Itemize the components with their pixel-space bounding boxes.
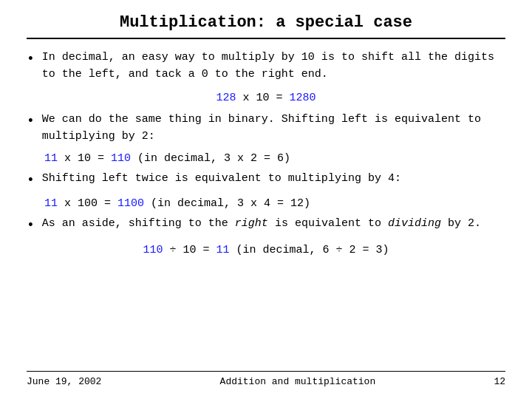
title-area: Multiplication: a special case [27, 13, 505, 39]
bullet-item-2: • We can do the same thing in binary. Sh… [27, 112, 505, 145]
italic-right: right [235, 217, 268, 230]
bullet-item-1: • In decimal, an easy way to multiply by… [27, 50, 505, 83]
example3-paren: (in decimal, 3 x 4 = 12) [144, 197, 310, 210]
bullet-dot-4: • [27, 216, 35, 235]
example-block-4: 110 ÷ 10 = 11 (in decimal, 6 ÷ 2 = 3) [27, 244, 505, 256]
example3-operator: x 100 = [58, 197, 117, 210]
bullet-dot-1: • [27, 50, 35, 69]
bullet-text-4: As an aside, shifting to the right is eq… [42, 216, 481, 233]
example1-operator: x 10 = [236, 92, 289, 104]
example-block-2: 11 x 10 = 110 (in decimal, 3 x 2 = 6) [44, 152, 505, 165]
example3-operand: 11 [44, 197, 58, 210]
slide: Multiplication: a special case • In deci… [0, 0, 532, 399]
footer-left: June 19, 2002 [27, 376, 101, 387]
bullet-dot-2: • [27, 112, 35, 131]
example2-result: 110 [111, 152, 131, 165]
bullet-text-3: Shifting left twice is equivalent to mul… [42, 171, 401, 188]
example4-paren: (in decimal, 6 ÷ 2 = 3) [230, 244, 389, 256]
example2-paren: (in decimal, 3 x 2 = 6) [131, 152, 290, 165]
example2-operand: 11 [44, 152, 58, 165]
footer-right: 12 [494, 376, 505, 387]
example4-result: 11 [216, 244, 229, 256]
slide-title: Multiplication: a special case [120, 13, 412, 32]
footer: June 19, 2002 Addition and multiplicatio… [27, 371, 505, 387]
bullet-dot-3: • [27, 171, 35, 190]
bullet-text-2: We can do the same thing in binary. Shif… [42, 112, 505, 145]
content-area: • In decimal, an easy way to multiply by… [27, 50, 505, 371]
bullet-item-3: • Shifting left twice is equivalent to m… [27, 171, 505, 190]
bullet-text-1: In decimal, an easy way to multiply by 1… [42, 50, 505, 83]
example1-operand: 128 [216, 92, 236, 104]
footer-center: Addition and multiplication [220, 376, 376, 387]
bullet-item-4: • As an aside, shifting to the right is … [27, 216, 505, 235]
example4-operator: ÷ 10 = [163, 244, 216, 256]
example3-result: 1100 [117, 197, 144, 210]
example-block-3: 11 x 100 = 1100 (in decimal, 3 x 4 = 12) [44, 197, 505, 210]
example-block-1: 128 x 10 = 1280 [27, 92, 505, 104]
example2-operator: x 10 = [58, 152, 111, 165]
example1-result: 1280 [290, 92, 316, 104]
example4-operand: 110 [143, 244, 163, 256]
italic-dividing: dividing [388, 217, 441, 230]
